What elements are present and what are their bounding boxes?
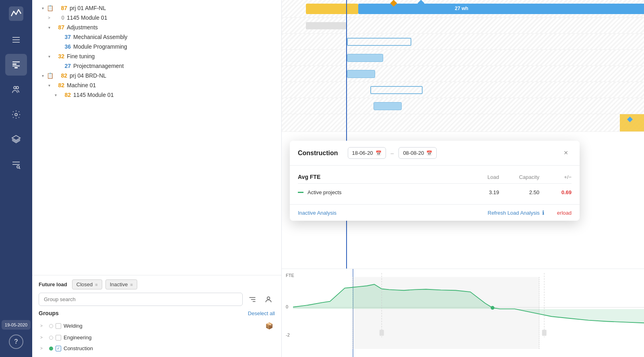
- gantt-bar-outline2: [370, 86, 423, 94]
- tree-item-mod01[interactable]: > 0 1145 Module 01: [32, 13, 281, 23]
- filter-label: Future load: [39, 281, 67, 287]
- tree-num: 32: [53, 53, 64, 60]
- tree-item-adjustments[interactable]: ▾ 87 Adjustments: [32, 23, 281, 32]
- group-search-input[interactable]: [39, 293, 243, 306]
- date-to-input[interactable]: 08-08-20 📅: [398, 147, 437, 159]
- inactive-filter-badge[interactable]: Inactive ≡: [105, 279, 137, 289]
- group-item-engineering[interactable]: > Engineering: [39, 332, 275, 343]
- tree-num: 82: [60, 92, 71, 98]
- group-item-construction[interactable]: > ✓ Construction: [39, 343, 275, 354]
- gantt-row-projmgt: [282, 98, 644, 114]
- construction-popup: Construction 18-06-20 📅 – 08-08-20 📅 × A…: [290, 141, 580, 221]
- main-area: 27 wh: [282, 0, 644, 357]
- overload-label: erload: [557, 210, 572, 216]
- project-icon: 📋: [47, 72, 54, 79]
- svg-rect-7: [14, 67, 18, 68]
- sidebar: 19-05-2020 ?: [0, 0, 32, 357]
- tree-num: 36: [60, 43, 71, 50]
- gantt-label-wh: 27 wh: [455, 6, 468, 11]
- sort-icon[interactable]: [246, 293, 259, 306]
- tree-item-projectmanagement[interactable]: 27 Projectmanagement: [32, 61, 281, 71]
- svg-rect-5: [12, 64, 17, 65]
- neg-label: -2: [286, 332, 290, 337]
- col-diff-header: +/−: [539, 174, 572, 180]
- svg-point-9: [16, 86, 19, 89]
- sidebar-item-list[interactable]: [5, 29, 27, 51]
- chart-handle2[interactable]: [542, 330, 547, 336]
- row-diff: 0.69: [539, 189, 572, 195]
- sidebar-item-users[interactable]: [5, 79, 27, 101]
- refresh-label: Refresh Load Analysis: [488, 210, 540, 216]
- popup-close-button[interactable]: ×: [560, 148, 572, 159]
- popup-title: Construction: [298, 150, 338, 157]
- gantt-area: 27 wh: [282, 0, 644, 269]
- popup-header: Construction 18-06-20 📅 – 08-08-20 📅 ×: [290, 141, 580, 166]
- popup-table: Avg FTE Load Capacity +/− Active project…: [290, 166, 580, 204]
- date-from-value: 18-06-20: [352, 150, 373, 156]
- gantt-row-fine-tuning: [282, 82, 644, 98]
- gantt-row-adjustments: [282, 34, 644, 50]
- tree-item-fine-tuning[interactable]: ▾ 32 Fine tuning: [32, 51, 281, 61]
- tree-item-module-programming[interactable]: 36 Module Programming: [32, 42, 281, 51]
- search-row: [39, 293, 275, 306]
- tree-label: Module Programming: [73, 43, 127, 50]
- left-panel: ▾ 📋 87 prj 01 AMF-NL > 0 1145 Module 01 …: [32, 0, 282, 357]
- group-checkbox[interactable]: [56, 323, 61, 329]
- date-from-input[interactable]: 18-06-20 📅: [348, 147, 386, 159]
- chevron-icon: >: [40, 335, 47, 340]
- row-label: Active projects: [308, 189, 467, 195]
- inactive-analysis-link[interactable]: Inactive Analysis: [298, 210, 336, 216]
- tree-item-mechanical[interactable]: 37 Mechanical Assembly: [32, 32, 281, 42]
- calendar-icon2: 📅: [426, 150, 432, 156]
- gantt-bar-lightblue2: [347, 70, 375, 78]
- tree-item-prj04[interactable]: ▾ 📋 82 prj 04 BRD-NL: [32, 71, 281, 80]
- group-checkbox[interactable]: ✓: [56, 346, 61, 351]
- group-label: Welding: [64, 323, 83, 329]
- groups-title: Groups: [39, 310, 59, 316]
- filter-area: Future load Closed ≡ Inactive ≡: [32, 275, 281, 357]
- chart-handle1[interactable]: [380, 330, 384, 336]
- sidebar-item-settings[interactable]: [5, 104, 27, 125]
- tree-label: 1145 Module 01: [73, 92, 114, 98]
- tree-label: prj 01 AMF-NL: [70, 5, 106, 11]
- gantt-bar-gray: [306, 22, 346, 29]
- gantt-bar-lightblue: [347, 54, 383, 62]
- tree-item-prj01[interactable]: ▾ 📋 87 prj 01 AMF-NL: [32, 3, 281, 13]
- user-filter-icon[interactable]: [262, 293, 275, 306]
- gantt-bar-blue: 27 wh: [358, 4, 644, 14]
- row-indicator: [298, 192, 303, 193]
- project-icon: 📋: [47, 5, 54, 11]
- gantt-bar-yellow: [306, 4, 358, 14]
- gantt-row-prj04: [282, 114, 644, 132]
- chart-svg: [293, 273, 644, 337]
- tree-label: Adjustments: [67, 24, 98, 31]
- popup-footer: Inactive Analysis Refresh Load Analysis …: [290, 204, 580, 221]
- tree-num: 82: [53, 82, 64, 88]
- gantt-bar-right-yellow: [620, 114, 644, 131]
- menu-icon: ≡: [95, 282, 97, 287]
- tree-item-machine01[interactable]: ▾ 82 Machine 01: [32, 80, 281, 90]
- group-item-welding[interactable]: > Welding 📦: [39, 320, 275, 332]
- sidebar-item-gantt[interactable]: [5, 54, 27, 76]
- sidebar-item-layers[interactable]: [5, 129, 27, 150]
- row-load: 3.19: [467, 189, 499, 195]
- today-line: [346, 0, 347, 269]
- chart-fill-negative: [493, 309, 644, 323]
- tree-area: ▾ 📋 87 prj 01 AMF-NL > 0 1145 Module 01 …: [32, 0, 281, 275]
- filter-row: Future load Closed ≡ Inactive ≡: [39, 279, 275, 289]
- closed-filter-badge[interactable]: Closed ≡: [72, 279, 102, 289]
- deselect-all-button[interactable]: Deselect all: [248, 310, 275, 316]
- chevron-icon: ▾: [45, 25, 53, 30]
- gantt-row-mechanical: [282, 50, 644, 66]
- help-button[interactable]: ?: [9, 334, 23, 349]
- group-checkbox[interactable]: [56, 335, 61, 341]
- svg-point-10: [15, 113, 17, 116]
- chart-dot: [491, 306, 494, 310]
- col-capacity-header: Capacity: [499, 174, 539, 180]
- tree-label: Fine tuning: [67, 53, 95, 60]
- tree-num: 37: [60, 34, 71, 40]
- refresh-analysis-link[interactable]: Refresh Load Analysis ℹ: [488, 209, 544, 216]
- group-label: Engineering: [64, 334, 91, 341]
- sidebar-item-search-analytics[interactable]: [5, 154, 27, 175]
- tree-item-mod01b[interactable]: ▾ 82 1145 Module 01: [32, 90, 281, 100]
